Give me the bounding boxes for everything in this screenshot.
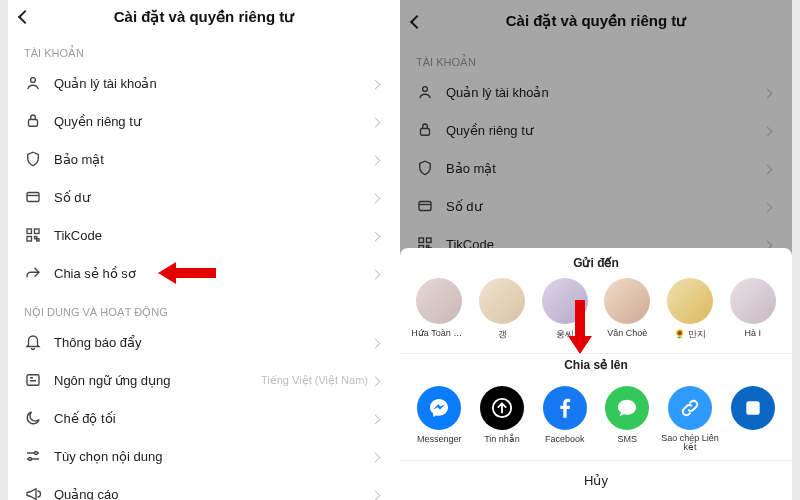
contact-name: Hứa Toàn Ngọc: [411, 328, 467, 338]
row-label: Ngôn ngữ ứng dụng: [48, 373, 261, 388]
avatar: [667, 278, 713, 324]
contact-item[interactable]: Hứa Toàn Ngọc: [410, 278, 469, 341]
settings-screen-right: Cài đặt và quyền riêng tư TÀI KHOẢN Quản…: [400, 0, 792, 500]
row-privacy[interactable]: Quyền riêng tư: [8, 102, 400, 140]
share-send-to-header: Gửi đến: [400, 256, 792, 270]
sms-icon: [605, 386, 649, 430]
contact-name: Hà I: [744, 328, 761, 338]
row-label: Thông báo đẩy: [48, 335, 372, 350]
svg-point-0: [31, 78, 36, 83]
row-label: Chia sẻ hồ sơ: [48, 266, 372, 281]
app-messages[interactable]: Tin nhắn: [473, 386, 532, 452]
chevron-right-icon: [372, 188, 384, 206]
svg-point-10: [35, 452, 38, 455]
contact-item[interactable]: Hà I: [723, 278, 782, 341]
header-bar: Cài đặt và quyền riêng tư: [8, 0, 400, 33]
avatar: [604, 278, 650, 324]
header-title: Cài đặt và quyền riêng tư: [114, 8, 295, 26]
row-push-notifications[interactable]: Thông báo đẩy: [8, 323, 400, 361]
svg-rect-22: [746, 401, 759, 414]
contact-name: 갱: [498, 328, 507, 341]
contact-item[interactable]: 🌻 만지: [661, 278, 720, 341]
row-label: Bảo mật: [48, 152, 372, 167]
contact-item[interactable]: 웅씨: [535, 278, 594, 341]
chevron-right-icon: [372, 264, 384, 282]
svg-rect-1: [29, 120, 38, 127]
contacts-row: Hứa Toàn Ngọc 갱 웅씨 Vân Choè 🌻 만지 Hà I: [400, 278, 792, 349]
row-label: Chế độ tối: [48, 411, 372, 426]
row-dark-mode[interactable]: Chế độ tối: [8, 399, 400, 437]
qr-icon: [24, 226, 48, 244]
chevron-right-icon: [372, 447, 384, 465]
language-icon: [24, 371, 48, 389]
avatar: [416, 278, 462, 324]
sliders-icon: [24, 447, 48, 465]
row-label: Quyền riêng tư: [48, 114, 372, 129]
app-messenger[interactable]: Messenger: [410, 386, 469, 452]
chevron-right-icon: [372, 371, 384, 389]
settings-screen-left: Cài đặt và quyền riêng tư TÀI KHOẢN Quản…: [8, 0, 400, 500]
row-ads[interactable]: Quảng cáo: [8, 475, 400, 500]
app-label: Facebook: [545, 434, 585, 444]
contact-name: Vân Choè: [607, 328, 647, 338]
row-security[interactable]: Bảo mật: [8, 140, 400, 178]
chevron-right-icon: [372, 409, 384, 427]
avatar: [542, 278, 588, 324]
row-content-prefs[interactable]: Tùy chọn nội dung: [8, 437, 400, 475]
row-tikcode[interactable]: TikCode: [8, 216, 400, 254]
send-icon: [480, 386, 524, 430]
shield-icon: [24, 150, 48, 168]
chevron-left-icon: [20, 8, 30, 25]
moon-icon: [24, 409, 48, 427]
messenger-icon: [417, 386, 461, 430]
chevron-right-icon: [372, 74, 384, 92]
row-label: Tùy chọn nội dung: [48, 449, 372, 464]
share-sheet: Gửi đến Hứa Toàn Ngọc 갱 웅씨 Vân Choè 🌻 만지…: [400, 248, 792, 500]
contact-item[interactable]: Vân Choè: [598, 278, 657, 341]
divider: [400, 353, 792, 354]
app-label: SMS: [618, 434, 638, 444]
bell-icon: [24, 333, 48, 351]
chevron-right-icon: [372, 226, 384, 244]
app-sms[interactable]: SMS: [598, 386, 657, 452]
row-app-language[interactable]: Ngôn ngữ ứng dụng Tiếng Việt (Việt Nam): [8, 361, 400, 399]
row-trail: Tiếng Việt (Việt Nam): [261, 374, 368, 387]
svg-rect-9: [27, 375, 39, 386]
app-more[interactable]: [723, 386, 782, 452]
more-icon: [731, 386, 775, 430]
row-label: Quảng cáo: [48, 487, 372, 501]
chevron-right-icon: [372, 333, 384, 351]
user-icon: [24, 74, 48, 92]
svg-rect-7: [37, 239, 39, 241]
avatar: [730, 278, 776, 324]
lock-icon: [24, 112, 48, 130]
row-label: Quản lý tài khoản: [48, 76, 372, 91]
wallet-icon: [24, 188, 48, 206]
app-label: Sao chép Liên kết: [661, 434, 720, 452]
row-balance[interactable]: Số dư: [8, 178, 400, 216]
row-label: TikCode: [48, 228, 372, 243]
contact-item[interactable]: 갱: [473, 278, 532, 341]
link-icon: [668, 386, 712, 430]
app-label: Messenger: [417, 434, 462, 444]
megaphone-icon: [24, 485, 48, 500]
svg-rect-3: [27, 229, 32, 234]
section-header-account: TÀI KHOẢN: [8, 33, 400, 64]
svg-rect-2: [27, 193, 39, 202]
section-header-activity: NỘI DUNG VÀ HOẠT ĐỘNG: [8, 292, 400, 323]
back-button[interactable]: [20, 8, 40, 25]
svg-rect-5: [27, 237, 32, 242]
cancel-button[interactable]: Hủy: [400, 460, 792, 500]
row-share-profile[interactable]: Chia sẻ hồ sơ: [8, 254, 400, 292]
row-label: Số dư: [48, 190, 372, 205]
avatar: [479, 278, 525, 324]
contact-name: 🌻 만지: [674, 328, 706, 341]
app-copy-link[interactable]: Sao chép Liên kết: [661, 386, 720, 452]
share-to-header: Chia sẻ lên: [400, 358, 792, 372]
app-facebook[interactable]: Facebook: [535, 386, 594, 452]
chevron-right-icon: [372, 485, 384, 500]
svg-rect-4: [35, 229, 40, 234]
row-manage-account[interactable]: Quản lý tài khoản: [8, 64, 400, 102]
contact-name: 웅씨: [556, 328, 574, 341]
chevron-right-icon: [372, 112, 384, 130]
